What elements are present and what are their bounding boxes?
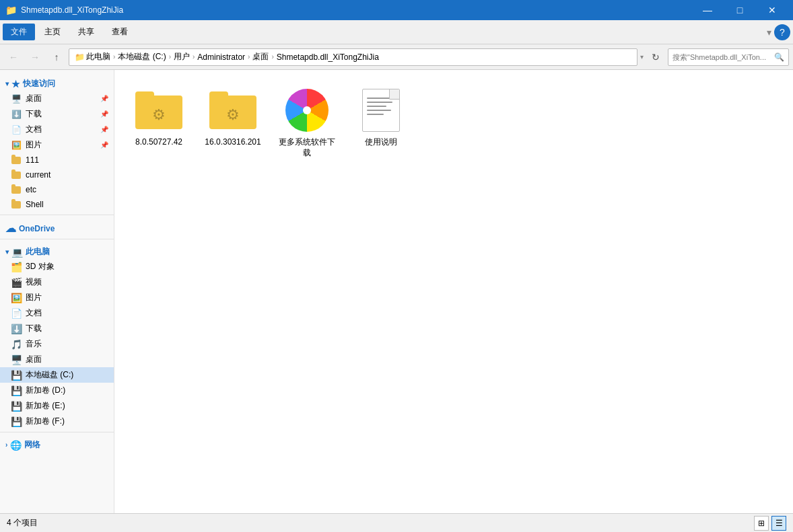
sidebar-item-downloads-pc[interactable]: ⬇️ 下载: [0, 321, 114, 336]
sidebar-item-label: 音乐: [26, 338, 42, 350]
path-segment-2[interactable]: 用户: [174, 51, 190, 63]
thispc-chevron-icon: ▾: [5, 248, 9, 256]
list-view-button[interactable]: ☰: [771, 516, 786, 531]
pinwheel-icon: [285, 89, 329, 132]
path-sep-0: ›: [113, 53, 115, 61]
sidebar-item-label: 文档: [26, 307, 42, 319]
sidebar-item-drive-f[interactable]: 💾 新加卷 (F:): [0, 414, 114, 429]
quickaccess-chevron-icon: ▾: [5, 80, 9, 87]
3d-icon: 🗂️: [11, 262, 22, 272]
file-item-1[interactable]: ⚙ 16.0.30316.201: [199, 81, 267, 163]
search-input[interactable]: [673, 53, 771, 61]
file-grid: ⚙ 8.0.50727.42 ⚙ 16.0.30316.201: [125, 81, 782, 163]
sidebar-item-videos[interactable]: 🎬 视频: [0, 274, 114, 290]
sidebar-section-quickaccess[interactable]: ▾ ★ 快速访问: [0, 74, 114, 91]
close-button[interactable]: ✕: [757, 0, 788, 20]
help-button[interactable]: ?: [774, 24, 790, 40]
sidebar-item-label: current: [26, 170, 50, 180]
music-icon: 🎵: [11, 339, 22, 350]
sidebar-item-pictures-quick[interactable]: 🖼️ 图片 📌: [0, 137, 114, 153]
menu-item-share[interactable]: 共享: [70, 24, 102, 40]
back-button[interactable]: ←: [4, 48, 23, 67]
item-count-label: 4 个项目: [7, 517, 38, 529]
sidebar-item-label: 新加卷 (D:): [26, 385, 65, 396]
sidebar-item-music[interactable]: 🎵 音乐: [0, 336, 114, 352]
path-dropdown-btn[interactable]: ▾: [640, 53, 644, 61]
status-bar: 4 个项目 ⊞ ☰: [0, 513, 793, 532]
sidebar-item-label: 下载: [26, 323, 42, 334]
file-item-2[interactable]: 更多系统软件下载: [273, 81, 341, 163]
address-path[interactable]: 📁 此电脑 › 本地磁盘 (C:) › 用户 › Administrator ›…: [69, 48, 637, 66]
menu-item-file[interactable]: 文件: [3, 24, 35, 40]
sidebar-divider-2: [0, 239, 114, 239]
pin-icon: 📌: [100, 110, 108, 118]
up-button[interactable]: ↑: [47, 48, 66, 67]
network-chevron-icon: ›: [5, 441, 7, 449]
pictures-icon: 🖼️: [11, 140, 22, 151]
sidebar-item-111[interactable]: 111: [0, 153, 114, 167]
file-item-3[interactable]: 使用说明: [347, 81, 415, 163]
grid-view-button[interactable]: ⊞: [754, 516, 769, 531]
sidebar-item-docs-pc[interactable]: 📄 文档: [0, 305, 114, 321]
sidebar-section-thispc[interactable]: ▾ 💻 此电脑: [0, 242, 114, 259]
path-sep-2: ›: [193, 53, 195, 61]
path-sep-4: ›: [271, 53, 273, 61]
network-icon: 🌐: [10, 440, 22, 451]
sidebar-section-onedrive[interactable]: ☁ OneDrive: [0, 218, 114, 236]
sidebar-item-label: 图片: [26, 139, 42, 151]
refresh-button[interactable]: ↻: [646, 48, 665, 67]
sidebar-item-docs-quick[interactable]: 📄 文档 📌: [0, 122, 114, 137]
forward-button[interactable]: →: [26, 48, 44, 67]
sidebar-item-label: Shell: [26, 200, 44, 209]
onedrive-icon: ☁: [5, 222, 16, 235]
menu-item-home[interactable]: 主页: [36, 24, 69, 40]
path-segment-4[interactable]: 桌面: [252, 51, 269, 63]
sidebar-item-download-quick[interactable]: ⬇️ 下载 📌: [0, 106, 114, 122]
search-icon[interactable]: 🔍: [774, 52, 784, 62]
thispc-icon: 💻: [11, 247, 23, 258]
sidebar-item-local-c[interactable]: 💾 本地磁盘 (C:): [0, 367, 114, 383]
main-layout: ▾ ★ 快速访问 🖥️ 桌面 📌 ⬇️ 下载 📌 📄 文档 📌 🖼️ 图片 📌 …: [0, 70, 793, 513]
docs-icon: 📄: [11, 308, 22, 319]
path-segment-3[interactable]: Administrator: [197, 52, 245, 62]
download-icon: ⬇️: [11, 324, 22, 334]
path-segment-0[interactable]: 此电脑: [86, 51, 110, 63]
sidebar-item-label: 3D 对象: [26, 261, 55, 272]
pinwheel-center: [303, 106, 311, 114]
desktop-icon: 🖥️: [11, 354, 22, 365]
network-label: 网络: [24, 439, 40, 451]
search-box[interactable]: 🔍: [668, 48, 789, 66]
sidebar-item-current[interactable]: current: [0, 167, 114, 182]
file-item-0[interactable]: ⚙ 8.0.50727.42: [125, 81, 193, 163]
sidebar-item-shell[interactable]: Shell: [0, 197, 114, 212]
sidebar-item-label: 桌面: [26, 354, 42, 365]
sidebar-item-drive-e[interactable]: 💾 新加卷 (E:): [0, 398, 114, 414]
sidebar-section-network[interactable]: › 🌐 网络: [0, 435, 114, 452]
path-segment-5[interactable]: Shmetapdb.dll_XiTongZhiJia: [277, 52, 379, 62]
sidebar-item-desktop-quick[interactable]: 🖥️ 桌面 📌: [0, 91, 114, 106]
docs-icon: 📄: [11, 124, 22, 135]
path-segment-1[interactable]: 本地磁盘 (C:): [118, 51, 166, 63]
sidebar-item-label: 视频: [26, 276, 42, 288]
chevron-down-icon[interactable]: ▾: [767, 27, 771, 38]
pinwheel-icon-wrapper: [283, 86, 331, 135]
minimize-button[interactable]: —: [692, 0, 723, 20]
sidebar-item-desktop-pc[interactable]: 🖥️ 桌面: [0, 352, 114, 367]
sidebar-item-drive-d[interactable]: 💾 新加卷 (D:): [0, 383, 114, 398]
sidebar-divider-1: [0, 215, 114, 215]
path-folder-icon: 📁: [75, 52, 85, 62]
drive-e-icon: 💾: [11, 401, 22, 412]
sidebar-item-etc[interactable]: etc: [0, 182, 114, 197]
sidebar-item-label: 新加卷 (E:): [26, 400, 65, 412]
window-controls: — □ ✕: [692, 0, 788, 20]
text-line: [367, 110, 391, 111]
menu-item-view[interactable]: 查看: [104, 24, 136, 40]
sidebar-item-pictures-pc[interactable]: 🖼️ 图片: [0, 290, 114, 305]
drive-f-icon: 💾: [11, 416, 22, 427]
title-bar-icons: 📁: [5, 5, 17, 15]
maximize-button[interactable]: □: [724, 0, 755, 20]
text-line: [367, 106, 386, 107]
onedrive-label: OneDrive: [19, 224, 55, 233]
sidebar-item-3d[interactable]: 🗂️ 3D 对象: [0, 259, 114, 274]
gear-icon: ⚙: [152, 106, 166, 124]
